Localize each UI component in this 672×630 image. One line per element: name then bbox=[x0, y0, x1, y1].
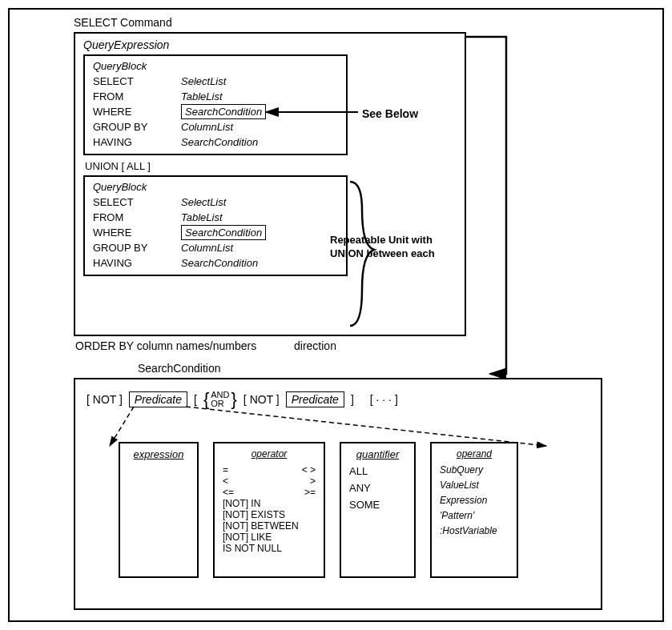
qb1-groupby-val: ColumnList bbox=[181, 121, 233, 133]
qb1-select-val: SelectList bbox=[181, 75, 226, 87]
qb2-from-key: FROM bbox=[93, 211, 181, 223]
qb1-from: FROM TableList bbox=[93, 89, 338, 103]
qb1-having-key: HAVING bbox=[93, 136, 181, 148]
query-block-1: QueryBlock SELECT SelectList FROM TableL… bbox=[83, 54, 348, 155]
not-1: [ NOT ] bbox=[87, 393, 123, 406]
qb2-having-val: SearchCondition bbox=[181, 257, 258, 269]
qb1-having: HAVING SearchCondition bbox=[93, 134, 338, 149]
operand-title: operand bbox=[440, 448, 509, 459]
rbrace-icon: } bbox=[231, 389, 237, 410]
qb2-groupby-key: GROUP BY bbox=[93, 242, 181, 254]
op-ne: < > bbox=[302, 464, 316, 476]
operator-title: operator bbox=[223, 448, 316, 459]
predicate-2-box: Predicate bbox=[286, 391, 344, 407]
expression-title: expression bbox=[128, 448, 189, 460]
qb1-having-val: SearchCondition bbox=[181, 136, 258, 148]
operand-valuelist: ValueList bbox=[440, 480, 509, 491]
operand-box: operand SubQuery ValueList Expression 'P… bbox=[430, 442, 518, 578]
not-2: [ NOT ] bbox=[243, 393, 280, 406]
left-bracket: [ bbox=[194, 393, 197, 406]
qb1-where-val-box: SearchCondition bbox=[181, 104, 266, 119]
direction-text: direction bbox=[294, 339, 336, 352]
op-eq: = bbox=[223, 464, 228, 476]
qb1-select-key: SELECT bbox=[93, 75, 181, 87]
qb2-groupby-val: ColumnList bbox=[181, 242, 233, 254]
and-or-group: { AND OR } bbox=[203, 389, 237, 410]
qb1-groupby-key: GROUP BY bbox=[93, 121, 181, 133]
op-lt: < bbox=[223, 476, 228, 487]
op-like: [NOT] LIKE bbox=[223, 532, 316, 543]
query-expression-label: QueryExpression bbox=[83, 38, 457, 51]
qb1-where-key: WHERE bbox=[93, 106, 181, 118]
qb2-having-key: HAVING bbox=[93, 257, 181, 269]
qb1-where: WHERE SearchCondition bbox=[93, 104, 338, 118]
qb1-from-val: TableList bbox=[181, 90, 223, 102]
qb2-select: SELECT SelectList bbox=[93, 195, 338, 209]
qb2-where-val-box: SearchCondition bbox=[181, 225, 266, 240]
lbrace-icon: { bbox=[203, 389, 209, 410]
or-label: OR bbox=[211, 399, 229, 408]
and-or-stack: AND OR bbox=[211, 391, 229, 408]
qb2-having: HAVING SearchCondition bbox=[93, 255, 338, 270]
quantifier-title: quantifier bbox=[349, 448, 406, 460]
qb2-where-key: WHERE bbox=[93, 227, 181, 239]
predicate-1-box: Predicate bbox=[129, 391, 187, 407]
order-by-text: ORDER BY column names/numbers bbox=[75, 339, 256, 352]
operand-expression: Expression bbox=[440, 495, 509, 506]
see-below-label: See Below bbox=[362, 107, 418, 120]
op-in: [NOT] IN bbox=[223, 498, 316, 509]
quant-any: ANY bbox=[349, 482, 406, 494]
ellipsis: [ · · · ] bbox=[370, 393, 398, 406]
qb2-select-key: SELECT bbox=[93, 196, 181, 208]
op-isnull: IS NOT NULL bbox=[223, 543, 316, 554]
operand-hostvar: :HostVariable bbox=[440, 525, 509, 536]
quant-all: ALL bbox=[349, 465, 406, 477]
quantifier-box: quantifier ALL ANY SOME bbox=[340, 442, 416, 578]
search-condition-title: SearchCondition bbox=[138, 362, 221, 375]
qb2-where: WHERE SearchCondition bbox=[93, 225, 338, 239]
qb2-select-val: SelectList bbox=[181, 196, 226, 208]
qb1-from-key: FROM bbox=[93, 90, 181, 102]
qb2-groupby: GROUP BY ColumnList bbox=[93, 240, 338, 255]
query-block-2-title: QueryBlock bbox=[93, 181, 338, 193]
op-gt: > bbox=[310, 476, 316, 487]
op-exists: [NOT] EXISTS bbox=[223, 509, 316, 520]
select-command-title: SELECT Command bbox=[74, 16, 172, 29]
qb1-groupby: GROUP BY ColumnList bbox=[93, 119, 338, 134]
operator-box: operator =< > <> <=>= [NOT] IN [NOT] EXI… bbox=[213, 442, 325, 578]
query-block-1-title: QueryBlock bbox=[93, 60, 338, 72]
predicate-detail-row: expression operator =< > <> <=>= [NOT] I… bbox=[119, 442, 590, 578]
query-block-2: QueryBlock SELECT SelectList FROM TableL… bbox=[83, 175, 348, 276]
search-condition-box: [ NOT ] Predicate [ { AND OR } [ NOT ] P… bbox=[74, 378, 602, 610]
op-le: <= bbox=[223, 487, 234, 498]
qb2-from: FROM TableList bbox=[93, 210, 338, 224]
quant-some: SOME bbox=[349, 499, 406, 511]
op-between: [NOT] BETWEEN bbox=[223, 520, 316, 532]
operand-pattern: 'Pattern' bbox=[440, 510, 509, 521]
operand-subquery: SubQuery bbox=[440, 464, 509, 476]
query-expression-box: QueryExpression QueryBlock SELECT Select… bbox=[74, 32, 466, 336]
diagram-frame: SELECT Command QueryExpression QueryBloc… bbox=[8, 8, 664, 622]
predicate-line: [ NOT ] Predicate [ { AND OR } [ NOT ] P… bbox=[87, 389, 590, 410]
right-bracket: ] bbox=[351, 393, 354, 406]
qb1-select: SELECT SelectList bbox=[93, 74, 338, 88]
qb2-from-val: TableList bbox=[181, 211, 223, 223]
repeatable-text: Repeatable Unit with UNION between each bbox=[330, 234, 450, 261]
op-ge: >= bbox=[304, 487, 316, 498]
union-label: UNION [ ALL ] bbox=[85, 160, 457, 172]
expression-box: expression bbox=[119, 442, 199, 578]
